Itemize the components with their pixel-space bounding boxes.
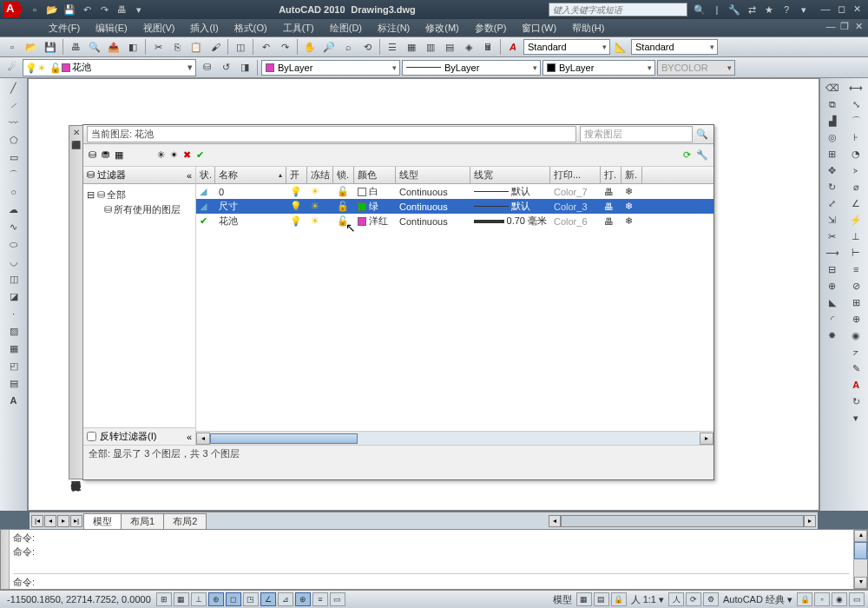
snap-button[interactable]: ⊞ xyxy=(156,592,172,606)
coordinates[interactable]: -11500.1850, 22714.7252, 0.0000 xyxy=(3,594,155,605)
arc-icon[interactable]: ⌒ xyxy=(5,167,23,182)
col-linetype[interactable]: 线型 xyxy=(396,167,470,183)
linetype-cell[interactable]: Continuous xyxy=(396,187,470,197)
exchange-icon[interactable]: ⇄ xyxy=(745,3,759,17)
menu-window[interactable]: 窗口(W) xyxy=(515,20,563,36)
cmdline-grip[interactable] xyxy=(1,530,10,589)
cleanscreen-button[interactable]: ▭ xyxy=(849,592,865,606)
line-icon[interactable]: ╱ xyxy=(5,80,23,96)
makeblock-icon[interactable]: ◪ xyxy=(5,288,23,304)
settings-icon[interactable]: 🔧 xyxy=(696,149,708,161)
maximize-button[interactable]: ◻ xyxy=(833,3,849,16)
scroll-thumb[interactable] xyxy=(210,433,358,444)
lineweight-cell[interactable]: 0.70 毫米 xyxy=(470,215,550,228)
tab-first-button[interactable]: |◂ xyxy=(31,515,43,527)
dyn-button[interactable]: ⊕ xyxy=(295,592,311,606)
on-cell[interactable]: 💡 xyxy=(286,201,307,212)
color-cell[interactable]: 绿 xyxy=(354,200,396,213)
dim-joglinear-icon[interactable]: ⦢ xyxy=(847,344,865,360)
tb-dc-icon[interactable]: ▦ xyxy=(403,38,420,56)
name-cell[interactable]: 0 xyxy=(215,187,286,197)
extend-icon[interactable]: ⟶ xyxy=(824,245,841,261)
cmdline-scrollbar[interactable]: ▴ ▾ xyxy=(853,530,867,589)
tb-markup-icon[interactable]: ◈ xyxy=(460,38,477,56)
help-dropdown-icon[interactable]: ▾ xyxy=(797,3,811,17)
dim-angular-icon[interactable]: ∠ xyxy=(847,195,865,211)
scroll-left-button[interactable]: ◂ xyxy=(196,433,210,445)
dim-tedit-icon[interactable]: A xyxy=(847,377,865,393)
rotate-icon[interactable]: ↻ xyxy=(824,179,841,195)
scroll-thumb[interactable] xyxy=(854,542,867,559)
delete-layer-icon[interactable]: ✖ xyxy=(183,149,191,161)
palette-pin-icon[interactable]: ⬛ xyxy=(71,141,81,149)
plotstyle-combo[interactable]: BYCOLOR xyxy=(657,60,735,76)
col-color[interactable]: 颜色 xyxy=(354,167,396,183)
layeriso-icon[interactable]: ◨ xyxy=(236,59,253,76)
tab-model[interactable]: 模型 xyxy=(83,513,122,529)
col-newvp[interactable]: 新. xyxy=(621,167,642,183)
mtext-icon[interactable]: A xyxy=(5,393,23,408)
model-space-button[interactable]: 模型 xyxy=(550,593,575,606)
qat-redo-icon[interactable]: ↷ xyxy=(97,3,111,17)
qat-undo-icon[interactable]: ↶ xyxy=(80,3,94,17)
tb-match-icon[interactable]: 🖌 xyxy=(207,38,224,56)
plot-cell[interactable]: 🖶 xyxy=(601,202,621,212)
new-filter-icon[interactable]: ⛁ xyxy=(89,149,96,161)
wrench-icon[interactable]: 🔧 xyxy=(727,3,741,17)
quickview-layouts-button[interactable]: ▦ xyxy=(576,592,592,606)
annoauto-button[interactable]: ⟳ xyxy=(686,592,701,606)
linetype-combo[interactable]: ByLayer xyxy=(402,60,541,76)
array-icon[interactable]: ⊞ xyxy=(824,146,841,162)
freeze-cell[interactable]: ☀ xyxy=(307,186,333,197)
binoculars-icon[interactable]: 🔍 xyxy=(693,3,707,17)
hscroll-left-button[interactable]: ◂ xyxy=(549,515,561,527)
3dosnap-button[interactable]: ◳ xyxy=(243,592,259,606)
newvp-cell[interactable]: ❄ xyxy=(621,201,642,212)
mirror-icon[interactable]: ▟ xyxy=(824,113,841,129)
palette-handle[interactable]: ✕ ⬛ 图层特性管理器 xyxy=(69,125,83,479)
tb-zoomprev-icon[interactable]: ⟲ xyxy=(358,38,376,56)
stretch-icon[interactable]: ⇲ xyxy=(824,212,841,228)
qat-new-icon[interactable]: ▫ xyxy=(28,3,42,17)
tb-copy-icon[interactable]: ⎘ xyxy=(168,38,186,56)
color-cell[interactable]: 洋红 xyxy=(354,215,396,228)
ducs-button[interactable]: ⊿ xyxy=(278,592,293,606)
tb-3ddwf-icon[interactable]: ◧ xyxy=(124,38,141,56)
scroll-down-button[interactable]: ▾ xyxy=(854,577,867,589)
gradient-icon[interactable]: ▦ xyxy=(5,340,23,356)
region-icon[interactable]: ◰ xyxy=(5,358,23,373)
palette-close-icon[interactable]: ✕ xyxy=(73,128,80,137)
refresh-icon[interactable]: ⟳ xyxy=(683,149,691,161)
new-layer-vp-icon[interactable]: ✴ xyxy=(170,149,178,161)
dim-break-icon[interactable]: ⊘ xyxy=(847,278,865,294)
offset-icon[interactable]: ◎ xyxy=(824,129,841,145)
tb-open-icon[interactable]: 📂 xyxy=(23,38,40,56)
otrack-button[interactable]: ∠ xyxy=(260,592,276,606)
tb-new-icon[interactable]: ▫ xyxy=(3,38,21,56)
layer-hscrollbar[interactable]: ◂ ▸ xyxy=(196,431,713,445)
tolerance-icon[interactable]: ⊞ xyxy=(847,294,865,310)
layerprev-icon[interactable]: ↺ xyxy=(217,59,234,76)
tb-preview-icon[interactable]: 🔍 xyxy=(86,38,103,56)
on-cell[interactable]: 💡 xyxy=(286,215,307,227)
menu-parametric[interactable]: 参数(P) xyxy=(468,20,514,36)
menu-file[interactable]: 文件(F) xyxy=(42,20,87,36)
search-icon[interactable]: 🔍 xyxy=(694,127,710,142)
col-lineweight[interactable]: 线宽 xyxy=(470,167,550,183)
help-search-input[interactable] xyxy=(549,3,687,17)
hatch-icon[interactable]: ▨ xyxy=(5,323,23,339)
new-group-icon[interactable]: ⛃ xyxy=(102,149,109,161)
layer-row[interactable]: ◢0💡☀🔓 白Continuous 默认Color_7🖶❄ xyxy=(196,184,713,199)
command-history[interactable]: 命令: 命令: 命令: xyxy=(10,530,853,589)
lineweight-cell[interactable]: 默认 xyxy=(470,200,550,213)
tb-quickcalc-icon[interactable]: 🖩 xyxy=(479,38,496,56)
col-name[interactable]: 名称▴ xyxy=(215,167,286,183)
textstyle-combo[interactable]: Standard xyxy=(523,39,610,55)
menu-help[interactable]: 帮助(H) xyxy=(565,20,611,36)
annovis-button[interactable]: 人 xyxy=(668,592,684,606)
freeze-cell[interactable]: ☀ xyxy=(307,215,333,227)
name-cell[interactable]: 花池 xyxy=(215,215,286,228)
revcloud-icon[interactable]: ☁ xyxy=(5,202,23,217)
qat-print-icon[interactable]: 🖶 xyxy=(115,3,128,17)
col-lock[interactable]: 锁. xyxy=(333,167,354,183)
